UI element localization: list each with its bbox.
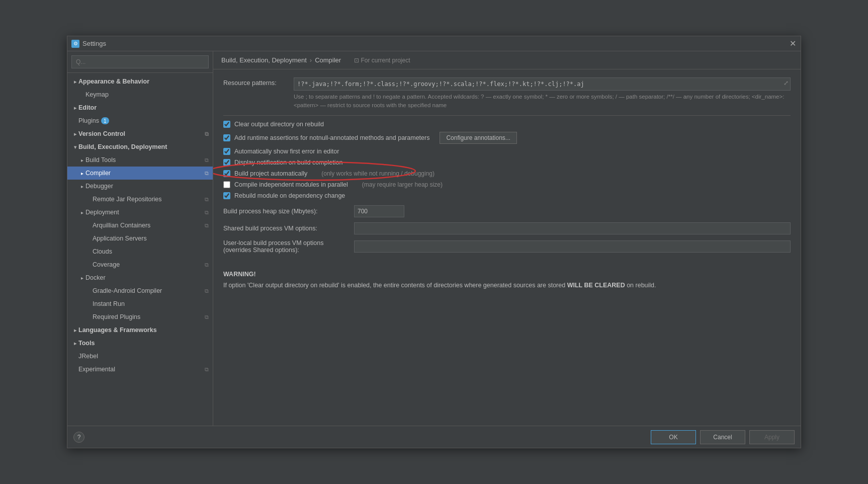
checkboxes-container: Clear output directory on rebuildAdd run…: [223, 121, 791, 199]
checkbox-label-compile-parallel: Compile independent modules in parallel: [234, 181, 348, 188]
sidebar-item-label: Version Control: [78, 130, 125, 137]
sidebar-item-keymap[interactable]: Keymap: [67, 88, 213, 101]
chevron-icon: ▸: [71, 131, 78, 137]
sidebar-item-label: Experimental: [78, 366, 115, 373]
user-local-label: User-local build process VM options (ove…: [223, 239, 349, 254]
sidebar-item-label: Build, Execution, Deployment: [78, 143, 167, 150]
sidebar-item-label: Tools: [78, 340, 95, 347]
checkbox-clear-output[interactable]: [223, 121, 230, 128]
copy-icon[interactable]: ⧉: [205, 222, 209, 229]
copy-icon[interactable]: ⧉: [205, 288, 209, 294]
checkbox-add-runtime[interactable]: [223, 134, 230, 141]
chevron-icon: ▾: [71, 144, 78, 150]
copy-icon[interactable]: ⧉: [205, 262, 209, 268]
sidebar-item-docker[interactable]: ▸Docker: [67, 271, 213, 284]
sidebar-item-appearance[interactable]: ▸Appearance & Behavior: [67, 75, 213, 88]
ok-button[interactable]: OK: [651, 430, 696, 444]
bottom-bar: ? OK Cancel Apply: [67, 426, 801, 448]
copy-icon[interactable]: ⧉: [205, 209, 209, 216]
user-local-input[interactable]: [354, 240, 791, 253]
sidebar-item-required-plugins[interactable]: Required Plugins⧉: [67, 310, 213, 324]
sidebar-item-label: Docker: [85, 274, 106, 281]
warning-title: WARNING!: [223, 271, 791, 278]
checkbox-row-display-notification: Display notification on build completion: [223, 159, 791, 166]
sidebar-item-build-execution[interactable]: ▾Build, Execution, Deployment: [67, 140, 213, 153]
sidebar-item-clouds[interactable]: Clouds: [67, 245, 213, 258]
checkbox-row-build-auto: Build project automatically(only works w…: [223, 170, 791, 177]
sidebar-item-coverage[interactable]: Coverage⧉: [67, 258, 213, 271]
apply-button[interactable]: Apply: [749, 430, 795, 444]
chevron-icon: ▸: [78, 210, 85, 215]
divider-1: [223, 115, 791, 116]
sidebar-item-languages[interactable]: ▸Languages & Frameworks: [67, 324, 213, 337]
title-bar: ⚙ Settings ✕: [67, 36, 801, 51]
sidebar-item-debugger[interactable]: ▸Debugger: [67, 180, 213, 193]
chevron-icon: ▸: [71, 341, 78, 346]
shared-vm-input[interactable]: [354, 222, 791, 234]
title-bar-left: ⚙ Settings: [71, 40, 106, 48]
search-input[interactable]: [71, 55, 209, 68]
checkbox-label-rebuild-module: Rebuild module on dependency change: [234, 192, 345, 199]
help-button[interactable]: ?: [73, 432, 84, 443]
sidebar-item-label: Plugins: [78, 117, 99, 124]
sidebar: ▸Appearance & BehaviorKeymap▸EditorPlugi…: [67, 51, 213, 426]
sidebar-item-tools[interactable]: ▸Tools: [67, 337, 213, 350]
sidebar-item-label: Application Servers: [93, 235, 147, 242]
copy-icon[interactable]: ⧉: [205, 196, 209, 203]
sidebar-item-label: Clouds: [93, 248, 112, 255]
checkbox-row-clear-output: Clear output directory on rebuild: [223, 121, 791, 128]
for-current-project-link[interactable]: ⊡ For current project: [354, 57, 410, 64]
copy-icon[interactable]: ⧉: [205, 131, 209, 137]
copy-icon[interactable]: ⧉: [205, 366, 209, 373]
content-area: ▸Appearance & BehaviorKeymap▸EditorPlugi…: [67, 51, 801, 426]
sidebar-item-label: Editor: [78, 104, 97, 111]
sidebar-item-remote-jar[interactable]: Remote Jar Repositories⧉: [67, 193, 213, 206]
sidebar-item-app-servers[interactable]: Application Servers: [67, 232, 213, 245]
sidebar-item-label: JRebel: [78, 353, 98, 360]
expand-icon[interactable]: ⤢: [784, 79, 789, 87]
heap-size-label: Build process heap size (Mbytes):: [223, 208, 349, 215]
checkbox-label-build-auto: Build project automatically: [234, 170, 307, 177]
search-box: [67, 51, 213, 73]
sidebar-item-label: Compiler: [85, 170, 111, 177]
sidebar-item-label: Required Plugins: [93, 313, 140, 320]
sidebar-item-plugins[interactable]: Plugins1: [67, 114, 213, 127]
sidebar-item-jrebel[interactable]: JRebel: [67, 350, 213, 363]
sidebar-item-build-tools[interactable]: ▸Build Tools⧉: [67, 153, 213, 167]
checkbox-rebuild-module[interactable]: [223, 192, 230, 199]
resource-patterns-input[interactable]: [294, 77, 791, 91]
chevron-icon: ▸: [78, 171, 85, 176]
sidebar-item-instant-run[interactable]: Instant Run: [67, 297, 213, 310]
cancel-button[interactable]: Cancel: [700, 430, 745, 444]
copy-icon[interactable]: ⧉: [205, 170, 209, 177]
copy-icon[interactable]: ⧉: [205, 314, 209, 320]
hint-text: Use ; to separate patterns and ! to nega…: [294, 93, 791, 110]
checkbox-note-compile-parallel: (may require larger heap size): [362, 181, 443, 188]
sidebar-item-label: Deployment: [85, 209, 119, 216]
resource-input-wrapper: ⤢ Use ; to separate patterns and ! to ne…: [294, 77, 791, 110]
shared-vm-label: Shared build process VM options:: [223, 225, 349, 232]
checkbox-label-display-notification: Display notification on build completion: [234, 159, 342, 166]
checkbox-build-auto[interactable]: [223, 170, 230, 177]
checkbox-compile-parallel[interactable]: [223, 181, 230, 188]
checkbox-label-add-runtime: Add runtime assertions for notnull-annot…: [234, 134, 429, 141]
sidebar-item-arquillian[interactable]: Arquillian Containers⧉: [67, 219, 213, 232]
sidebar-item-deployment[interactable]: ▸Deployment⧉: [67, 206, 213, 219]
resource-patterns-row: Resource patterns: ⤢ Use ; to separate p…: [223, 77, 791, 110]
copy-icon[interactable]: ⧉: [205, 157, 209, 164]
chevron-icon: ▸: [78, 184, 85, 189]
sidebar-item-version-control[interactable]: ▸Version Control⧉: [67, 127, 213, 140]
resource-patterns-label: Resource patterns:: [223, 77, 294, 87]
sidebar-item-gradle-android[interactable]: Gradle-Android Compiler⧉: [67, 284, 213, 297]
chevron-icon: ▸: [78, 275, 85, 281]
sidebar-item-compiler[interactable]: ▸Compiler⧉: [67, 167, 213, 180]
sidebar-item-editor[interactable]: ▸Editor: [67, 101, 213, 114]
configure-annotations-button[interactable]: Configure annotations...: [440, 132, 516, 144]
heap-size-input[interactable]: [354, 205, 404, 217]
sidebar-item-label: Build Tools: [85, 156, 116, 164]
close-button[interactable]: ✕: [789, 40, 797, 48]
checkbox-display-notification[interactable]: [223, 159, 230, 166]
sidebar-item-experimental[interactable]: Experimental⧉: [67, 363, 213, 376]
checkbox-auto-show-error[interactable]: [223, 148, 230, 155]
checkbox-row-add-runtime: Add runtime assertions for notnull-annot…: [223, 132, 791, 144]
